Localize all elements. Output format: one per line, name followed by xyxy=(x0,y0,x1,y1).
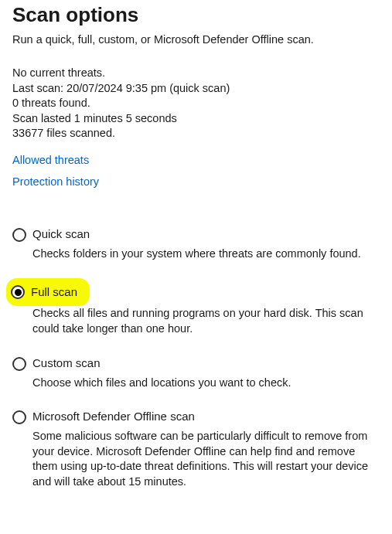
status-duration: Scan lasted 1 minutes 5 seconds xyxy=(12,111,380,127)
option-label[interactable]: Custom scan xyxy=(32,355,101,371)
status-last-scan: Last scan: 20/07/2024 9:35 pm (quick sca… xyxy=(12,81,380,97)
radio-icon[interactable] xyxy=(12,410,26,424)
option-desc: Choose which files and locations you wan… xyxy=(32,376,380,391)
radio-icon[interactable] xyxy=(12,357,26,371)
radio-icon[interactable] xyxy=(11,285,25,299)
page-title: Scan options xyxy=(12,3,380,27)
option-desc: Checks folders in your system where thre… xyxy=(32,247,380,262)
option-label[interactable]: Microsoft Defender Offline scan xyxy=(32,409,195,424)
status-files-scanned: 33677 files scanned. xyxy=(12,126,380,141)
option-quick-scan[interactable]: Quick scan xyxy=(12,226,380,242)
status-no-threats: No current threats. xyxy=(12,66,380,81)
allowed-threats-link[interactable]: Allowed threats xyxy=(12,154,380,166)
protection-history-link[interactable]: Protection history xyxy=(12,175,380,188)
highlight-annotation: Full scan xyxy=(8,280,88,304)
option-label[interactable]: Quick scan xyxy=(32,226,90,242)
option-desc: Some malicious software can be particula… xyxy=(32,429,380,489)
option-label[interactable]: Full scan xyxy=(31,284,77,300)
page-subtitle: Run a quick, full, custom, or Microsoft … xyxy=(12,33,380,46)
status-block: No current threats. Last scan: 20/07/202… xyxy=(12,66,380,141)
option-offline-scan[interactable]: Microsoft Defender Offline scan xyxy=(12,409,380,424)
option-custom-scan[interactable]: Custom scan xyxy=(12,355,380,371)
status-threats-found: 0 threats found. xyxy=(12,96,380,111)
option-desc: Checks all files and running programs on… xyxy=(32,306,380,336)
radio-icon[interactable] xyxy=(12,228,26,242)
